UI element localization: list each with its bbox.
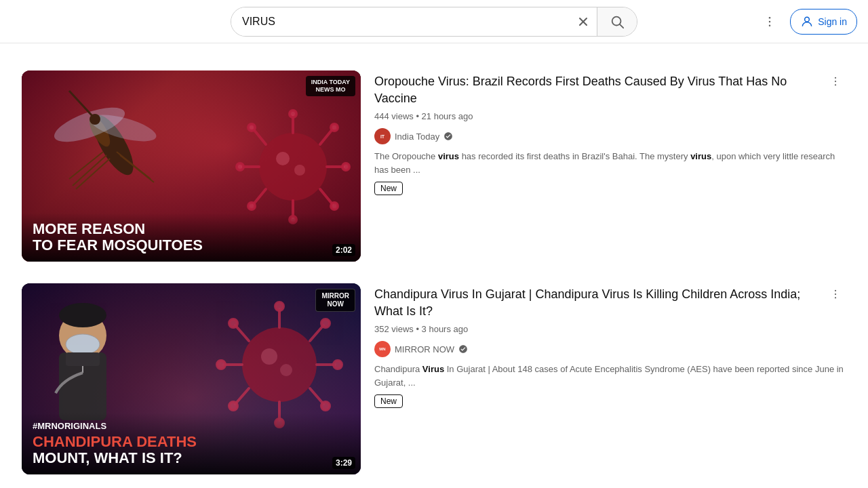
svg-point-33 — [237, 163, 243, 170]
svg-point-47 — [242, 327, 317, 402]
channel-icon-2: MN — [374, 341, 391, 357]
thumb-1-line2: TO FEAR MOSQUITOES — [33, 237, 350, 253]
svg-line-30 — [254, 189, 266, 204]
more-vert-icon-1 — [829, 75, 842, 87]
search-submit-button[interactable] — [597, 7, 637, 36]
thumb-2-line1: CHANDIPURA DEATHS — [33, 434, 350, 450]
channel-badge-line1: INDIA TODAY — [311, 79, 350, 86]
svg-line-50 — [310, 325, 323, 341]
account-icon — [800, 15, 814, 28]
svg-line-12 — [69, 152, 103, 179]
thumbnail-2-text: #MRNORIGINALS CHANDIPURA DEATHS MOUNT, W… — [22, 413, 361, 474]
thumb-1-line1: MORE REASON — [33, 221, 350, 237]
keyword-3: Virus — [422, 364, 444, 374]
channel-row-1: IT India Today — [374, 128, 846, 144]
keyword-1: virus — [438, 151, 459, 161]
sign-in-button[interactable]: Sign in — [790, 9, 857, 35]
search-bar — [231, 7, 637, 37]
table-row: MORE REASON TO FEAR MOSQUITOES INDIA TOD… — [22, 60, 846, 272]
svg-point-63 — [229, 319, 237, 327]
thumb-2-tag: #MRNORIGINALS — [33, 421, 350, 431]
channel-badge-2-line2: NOW — [321, 300, 349, 308]
verified-icon-2 — [458, 344, 468, 354]
channel-badge-2-line1: MIRROR — [321, 292, 349, 300]
svg-point-44 — [66, 334, 100, 354]
video-meta-1: 444 views • 21 hours ago — [374, 111, 846, 121]
svg-line-3 — [620, 24, 623, 28]
channel-badge-2: MIRROR NOW — [315, 289, 355, 312]
more-options-button[interactable] — [757, 9, 782, 34]
more-vert-icon-2 — [829, 288, 842, 300]
svg-point-27 — [331, 203, 338, 209]
header-actions: Sign in — [757, 9, 857, 35]
svg-point-23 — [331, 124, 338, 131]
thumbnail-1-text: MORE REASON TO FEAR MOSQUITOES — [22, 213, 361, 262]
thumbnail-1[interactable]: MORE REASON TO FEAR MOSQUITOES INDIA TOD… — [22, 70, 361, 262]
svg-point-49 — [275, 302, 283, 310]
video-title-2[interactable]: Chandipura Virus In Gujarat | Chandipura… — [374, 286, 846, 320]
svg-point-68 — [835, 297, 836, 298]
channel-name-1[interactable]: India Today — [395, 131, 439, 142]
svg-line-34 — [254, 129, 266, 144]
svg-point-37 — [294, 165, 305, 176]
verified-icon-1 — [443, 131, 453, 141]
svg-point-43 — [59, 303, 106, 327]
duration-badge-2: 3:29 — [332, 457, 355, 469]
more-vertical-icon — [763, 15, 776, 28]
svg-point-38 — [835, 77, 836, 79]
more-options-button-2[interactable] — [825, 283, 846, 305]
svg-line-22 — [320, 129, 332, 144]
new-badge-1: New — [374, 182, 403, 195]
svg-point-64 — [261, 348, 277, 365]
svg-point-51 — [321, 319, 330, 327]
video-title-1[interactable]: Oropouche Virus: Brazil Records First De… — [374, 73, 846, 107]
svg-point-40 — [835, 84, 836, 85]
svg-point-6 — [769, 24, 771, 26]
person-illustration — [22, 285, 144, 434]
header: Sign in — [0, 0, 868, 43]
search-clear-button[interactable] — [570, 15, 597, 28]
search-bar-wrapper — [231, 7, 637, 37]
new-badge-2: New — [374, 394, 403, 408]
svg-line-54 — [310, 388, 323, 404]
channel-name-2[interactable]: MIRROR NOW — [395, 344, 454, 354]
channel-badge-1: INDIA TODAY NEWS MO — [306, 76, 355, 96]
svg-point-25 — [342, 163, 349, 170]
svg-point-5 — [769, 20, 771, 22]
video-meta-2: 352 views • 3 hours ago — [374, 324, 846, 334]
svg-line-26 — [320, 189, 332, 204]
video-list: MORE REASON TO FEAR MOSQUITOES INDIA TOD… — [22, 60, 846, 485]
search-input[interactable] — [231, 7, 570, 36]
svg-point-35 — [248, 124, 255, 131]
svg-point-4 — [769, 16, 771, 18]
svg-point-66 — [835, 290, 836, 291]
keyword-2: virus — [690, 151, 711, 161]
svg-point-53 — [334, 361, 342, 369]
svg-point-59 — [229, 402, 237, 410]
svg-point-7 — [805, 17, 810, 22]
video-description-1: The Oropouche virus has recorded its fir… — [374, 150, 846, 176]
svg-point-61 — [217, 361, 225, 369]
svg-point-67 — [835, 293, 836, 295]
svg-line-14 — [76, 159, 110, 189]
sign-in-label: Sign in — [818, 16, 847, 27]
channel-icon-1: IT — [374, 128, 391, 144]
thumb-2-line2: MOUNT, WHAT IS IT? — [33, 450, 350, 466]
channel-row-2: MN MIRROR NOW — [374, 341, 846, 357]
svg-rect-46 — [66, 352, 100, 366]
svg-point-65 — [280, 364, 292, 376]
clear-icon — [576, 15, 590, 28]
more-options-button-1[interactable] — [825, 70, 846, 92]
virus-illustration — [232, 106, 354, 228]
svg-point-21 — [290, 110, 296, 117]
thumbnail-2[interactable]: #MRNORIGINALS CHANDIPURA DEATHS MOUNT, W… — [22, 283, 361, 474]
svg-point-39 — [835, 81, 836, 82]
svg-point-18 — [90, 114, 100, 125]
mosquito-illustration — [28, 77, 198, 213]
svg-point-31 — [248, 203, 255, 209]
video-description-2: Chandipura Virus In Gujarat | About 148 … — [374, 363, 846, 389]
video-info-1: Oropouche Virus: Brazil Records First De… — [374, 70, 846, 195]
svg-line-13 — [73, 155, 106, 186]
svg-point-55 — [321, 402, 330, 410]
table-row: #MRNORIGINALS CHANDIPURA DEATHS MOUNT, W… — [22, 272, 846, 485]
